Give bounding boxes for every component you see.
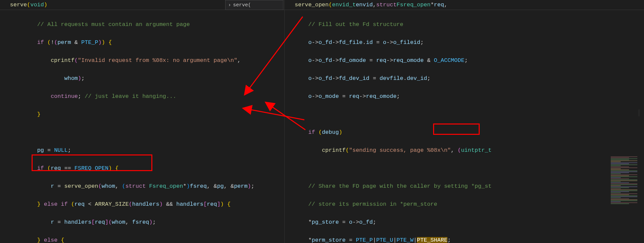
sticky-scroll-right[interactable]: serve_open(envid_t envid, struct Fsreq_o… xyxy=(285,0,644,10)
editor-pane-right[interactable]: serve_open(envid_t envid, struct Fsreq_o… xyxy=(284,0,644,243)
minimap[interactable] xyxy=(611,10,644,240)
chevron-right-icon: › xyxy=(228,1,231,10)
sticky-fn: serve xyxy=(10,0,27,9)
find-highlight: PTE_SHARE xyxy=(417,237,447,243)
code-left[interactable]: // All requests must contain an argument… xyxy=(0,10,284,243)
sticky-fn-r: serve_open xyxy=(295,0,329,9)
code-right[interactable]: // Fill out the Fd structure o->o_fd->fd… xyxy=(285,10,644,243)
breadcrumb-text: serve( xyxy=(233,1,251,10)
breadcrumb[interactable]: › serve( xyxy=(225,0,283,10)
editor-pane-left[interactable]: serve(void) › serve( // All requests mus… xyxy=(0,0,284,243)
